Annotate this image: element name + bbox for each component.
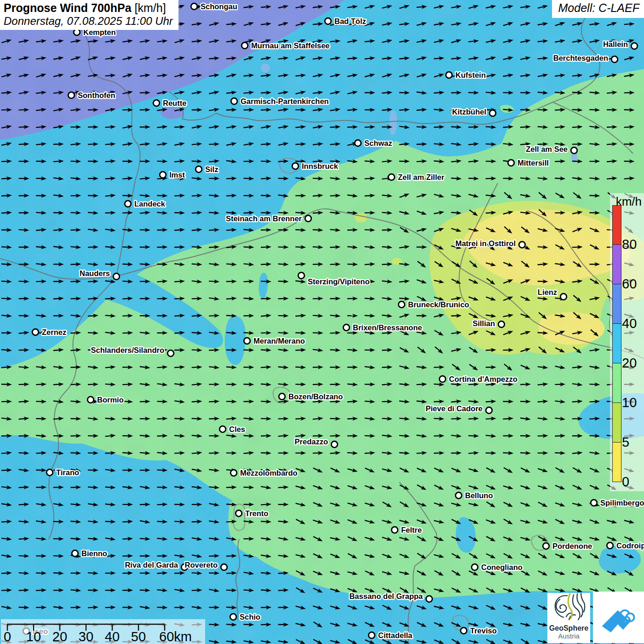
city-label: Garmisch-Partenkirchen [241, 97, 329, 105]
partner-logo-box [593, 592, 644, 643]
city-label: Rovereto [184, 561, 218, 569]
city-marker-dot [398, 301, 405, 308]
city: Mezzolombardo [230, 469, 297, 477]
city-marker-dot [543, 543, 549, 549]
geosphere-swirl-icon [552, 593, 586, 621]
city-marker-dot [292, 163, 299, 169]
legend-tick-label: 20 [622, 356, 637, 370]
city-label: Matrei in Osttirol [455, 239, 516, 247]
city-marker-dot [343, 324, 350, 331]
city-label: Berchtesgaden [553, 54, 608, 62]
city-label: Bienno [81, 549, 107, 558]
city-label: Sillian [472, 319, 495, 328]
city-label: Treviso [470, 627, 497, 635]
legend-segment [612, 284, 621, 324]
city-label: Imst [169, 171, 185, 179]
city-label: Schlanders/Silandro [91, 346, 164, 354]
page-title: Prognose Wind 700hPa [km/h] [4, 1, 173, 15]
city-marker-dot [242, 42, 248, 49]
city: Reutte [153, 99, 186, 107]
city: Garmisch-Partenkirchen [231, 97, 328, 105]
city-marker-dot [153, 100, 160, 106]
city-label: Pordenone [552, 542, 592, 550]
scale-tick-label: 20 [52, 629, 67, 644]
city-label: Pieve di Cadore [426, 404, 483, 413]
city-marker-dot [298, 272, 305, 279]
legend-segment [612, 324, 621, 363]
city-label: Silz [205, 165, 218, 173]
city: Zernez [32, 328, 66, 336]
city-marker-dot [607, 542, 613, 549]
city-marker-dot [519, 242, 525, 248]
city-marker-dot [191, 3, 197, 10]
city-label: Bormio [97, 396, 124, 404]
map-scale-bar: 0102030405060km [1, 619, 205, 644]
city: Tirano [46, 468, 79, 477]
scale-tick-label: 60km [159, 629, 192, 644]
city-marker-dot [221, 564, 227, 570]
scale-tick-label: 10 [26, 629, 41, 644]
city-marker-dot [611, 56, 618, 63]
scale-tick-label: 50 [131, 629, 146, 644]
city: Meran/Merano [244, 337, 305, 345]
city: Matrei in Osttirol [455, 239, 525, 248]
city-label: Kitzbühel [452, 108, 486, 116]
city-label: Schio [240, 613, 260, 621]
city-label: Cortina d'Ampezzo [449, 375, 518, 383]
city-label: Sonthofen [78, 91, 115, 99]
city-label: Bad Tölz [334, 17, 366, 25]
geosphere-wordmark: GeoSphere [547, 624, 590, 632]
city-label: Nauders [80, 269, 110, 277]
city-label: Zernez [42, 328, 66, 336]
city-label: Steinach am Brenner [226, 214, 302, 223]
city-marker-dot [219, 426, 226, 432]
city-marker-dot [489, 110, 496, 116]
city: Bozen/Bolzano [279, 392, 343, 401]
city-marker-dot [446, 72, 452, 78]
city-marker-dot [113, 273, 120, 280]
legend-tick-label: 0 [622, 475, 629, 489]
legend-color-bar [612, 205, 621, 482]
city-marker-dot [325, 18, 331, 24]
city: Berchtesgaden [553, 54, 618, 63]
city-label: Innsbruck [302, 162, 339, 170]
city-label: Reutte [163, 99, 186, 107]
city-marker-dot [472, 564, 478, 570]
city: Cortina d'Ampezzo [439, 375, 518, 383]
city-marker-dot [631, 43, 638, 49]
city-label: Cles [229, 425, 245, 433]
city-label: Mittersill [518, 159, 549, 167]
city-label: Zell am See [526, 145, 568, 153]
legend: km/h 806040201050 [610, 193, 644, 491]
city-marker-dot [508, 160, 514, 166]
city-label: Codroipo [616, 541, 644, 550]
city-label: Belluno [465, 491, 493, 500]
city: Treviso [460, 627, 497, 635]
city: Bruneck/Brunico [398, 300, 469, 309]
city: Pieve di Cadore [426, 404, 492, 414]
city-label: Feltre [401, 526, 422, 534]
city: Murnau am Staffelsee [242, 41, 329, 50]
city-label: Lienz [538, 288, 557, 296]
city-marker-dot [560, 293, 567, 300]
city-marker-dot [455, 492, 462, 499]
city-marker-dot [355, 140, 361, 146]
city-marker-dot [305, 215, 311, 222]
city-label: Sterzing/Vipiteno [308, 277, 369, 286]
legend-tick-label: 10 [622, 396, 637, 409]
city: Imst [160, 171, 185, 179]
legend-tick-label: 60 [622, 277, 637, 291]
legend-tick-label: 40 [622, 317, 637, 330]
weather-map-page: SchongauBad TölzKemptenMurnau am Staffel… [0, 0, 644, 644]
city-marker-dot [167, 350, 174, 356]
city-label: Landeck [134, 200, 166, 208]
city: Bienno [72, 549, 107, 558]
city: Schio [230, 613, 260, 621]
city: Cles [219, 425, 245, 433]
city-label: Kufstein [455, 71, 486, 79]
city: Bormio [87, 396, 124, 404]
city-marker-dot [87, 397, 94, 403]
city-marker-dot [498, 321, 505, 328]
legend-tick-label: 80 [622, 238, 637, 251]
city-marker-dot [571, 147, 577, 154]
